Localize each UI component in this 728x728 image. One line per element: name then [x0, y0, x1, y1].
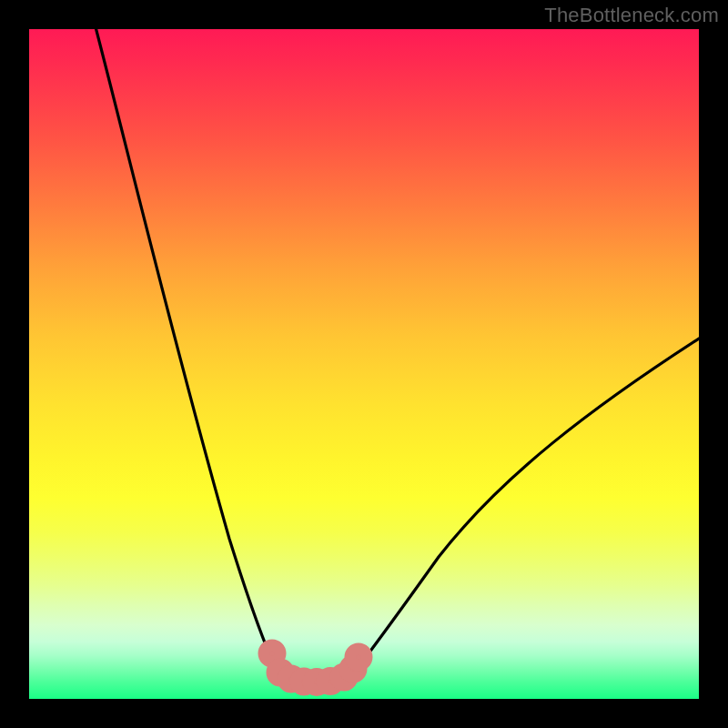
watermark-text: TheBottleneck.com: [544, 4, 719, 27]
chart-frame: TheBottleneck.com: [0, 0, 728, 728]
left-descent-curve: [96, 29, 278, 672]
plot-area: [29, 29, 699, 699]
svg-point-8: [350, 649, 367, 665]
curve-layer: [29, 29, 699, 699]
right-ascent-curve: [354, 339, 699, 672]
highlighted-segment: [264, 645, 367, 691]
